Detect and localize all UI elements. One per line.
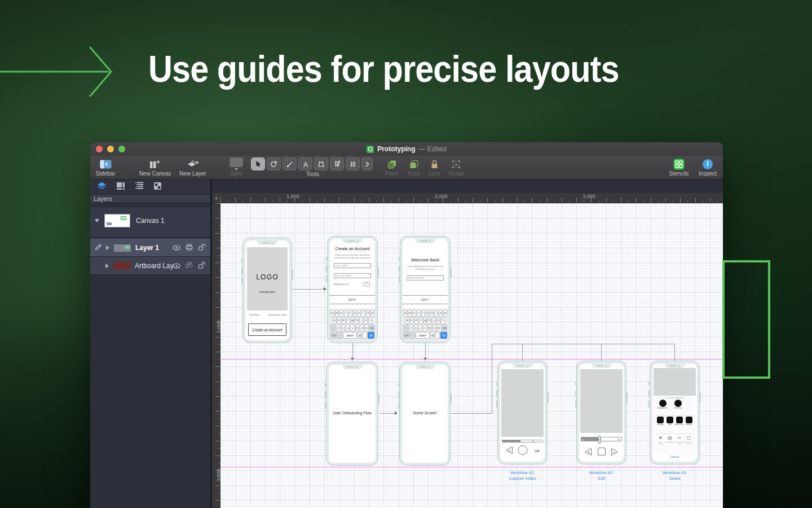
artboard-visibility-toggle[interactable] — [173, 261, 180, 271]
key-⌫: ⌫ — [442, 325, 447, 331]
collapse-chevron-icon[interactable] — [95, 219, 99, 222]
artboard-edit-video[interactable]: + x + — [576, 361, 626, 465]
artboard-share-sheet[interactable]: Tap to share with AirDrop Jill MacBook P… — [650, 361, 700, 465]
connector-line[interactable] — [522, 344, 523, 361]
canvas-row[interactable]: Canvas 1 — [90, 214, 210, 227]
pencil-edit-icon — [95, 243, 102, 253]
artboard-home-screen[interactable]: Home Screen — [399, 362, 451, 466]
new-canvas-button[interactable]: New Canvas — [135, 157, 175, 177]
key-☺: ☺ — [410, 332, 415, 339]
point-editor-tool-button[interactable] — [330, 157, 344, 170]
key-y: y — [426, 310, 430, 317]
video-viewport — [501, 369, 544, 437]
airdrop-contact: Jill MacBook Pro — [657, 400, 668, 409]
stencils-button[interactable]: Stencils — [664, 157, 694, 177]
phone-notch — [592, 364, 612, 368]
artboard-onboarding-flow[interactable]: User Onboarding Flow — [326, 362, 378, 466]
group-button[interactable]: Group — [444, 157, 468, 177]
artboard-lock-toggle[interactable] — [198, 261, 206, 271]
expand-chevron-icon[interactable] — [105, 264, 109, 268]
login-body-text: If you already have an account, enter yo… — [407, 265, 444, 271]
tab-selection[interactable] — [153, 182, 162, 192]
layer-row-selected[interactable]: Layer 1 — [90, 239, 210, 257]
artboard-create-account[interactable]: Create an Account Please enter your firs… — [327, 236, 378, 343]
connector-line[interactable] — [425, 343, 426, 359]
connector-line[interactable] — [293, 289, 325, 290]
layer-lock-toggle[interactable] — [198, 243, 206, 253]
artboard-shape-tool-button[interactable] — [314, 157, 328, 170]
horizontal-guide[interactable] — [220, 359, 723, 360]
tab-outline[interactable] — [135, 182, 144, 192]
share-app-label: Message — [656, 424, 665, 426]
more-tools-button[interactable] — [361, 157, 373, 170]
connector-line[interactable] — [451, 413, 492, 414]
selection-tool-button[interactable] — [251, 157, 265, 170]
grid-tool-button[interactable] — [346, 157, 360, 170]
record-button-icon — [518, 445, 527, 455]
artboard-print-toggle[interactable] — [186, 261, 193, 271]
send-back-button[interactable]: Back — [403, 157, 425, 177]
share-action-icon: ★ — [656, 435, 665, 441]
key-space: space — [416, 332, 430, 339]
key-l: l — [441, 317, 445, 324]
style-dropdown[interactable]: Style — [224, 157, 248, 177]
shape-tool-button[interactable] — [267, 157, 281, 170]
artboard-splash-screen[interactable]: LOGO InfinityCam Learn More Existing use… — [242, 238, 292, 343]
tab-layers[interactable] — [97, 182, 107, 192]
tab-canvases[interactable] — [116, 182, 125, 192]
key-123: 123 — [403, 332, 409, 339]
layer-visibility-toggle[interactable] — [173, 243, 180, 253]
line-tool-button[interactable] — [283, 157, 297, 170]
minimize-window-button[interactable] — [107, 146, 114, 152]
phone-notch — [257, 240, 277, 245]
signup-body-text: Please enter your first name and email t… — [334, 254, 371, 260]
layers-panel-header: Layers — [90, 195, 210, 203]
share-action-icon: ∞ — [675, 435, 685, 441]
connector-line[interactable] — [674, 344, 675, 361]
text-tool-button[interactable]: A — [298, 157, 312, 170]
connector-line[interactable] — [492, 344, 492, 414]
key-h: h — [427, 317, 431, 324]
drawing-canvas[interactable]: LOGO InfinityCam Learn More Existing use… — [220, 203, 723, 508]
artboard-capture-video[interactable]: x OK — [497, 361, 548, 465]
artboard-welcome-back[interactable]: Welcome Back If you already have an acco… — [400, 236, 451, 343]
existing-user-link: Existing user? Log In — [268, 314, 286, 316]
key-e: e — [412, 310, 416, 317]
lock-icon — [425, 157, 444, 170]
next-button: NEXT — [403, 295, 448, 304]
horizontal-guide[interactable] — [220, 467, 723, 467]
bring-front-icon — [381, 157, 403, 170]
expand-chevron-icon[interactable] — [106, 246, 109, 250]
page-title: Use guides for precise layouts — [148, 47, 619, 90]
key-d: d — [414, 317, 418, 324]
bring-front-button[interactable]: Front — [381, 157, 403, 177]
key-a: a — [333, 317, 337, 324]
keyboard-row: asdfghjkl — [330, 317, 374, 324]
sidebar-tab-strip — [90, 179, 210, 195]
vertical-ruler[interactable]: 2,0003,000 — [212, 203, 220, 508]
connector-line[interactable] — [379, 413, 396, 414]
key-b: b — [355, 325, 359, 331]
share-apps-row: MessageMailAdd to NotesFacebook — [656, 417, 694, 426]
key-f: f — [419, 317, 423, 324]
key-s: s — [337, 317, 341, 324]
close-window-button[interactable] — [96, 146, 103, 152]
fullscreen-window-button[interactable] — [118, 146, 125, 152]
artboard-layer-row[interactable]: Artboard Lay… — [90, 257, 210, 275]
connector-line[interactable] — [352, 343, 353, 359]
share-action-label: Add Bookmark — [665, 441, 675, 443]
sidebar-toggle-button[interactable]: Sidebar — [92, 157, 118, 177]
connector-line[interactable] — [492, 344, 675, 344]
forward-button-icon: + — [610, 448, 619, 456]
horizontal-ruler[interactable]: 1,0002,0003,000 — [220, 193, 723, 203]
layer-print-toggle[interactable] — [186, 243, 193, 253]
new-layer-button[interactable]: New Layer — [176, 157, 210, 177]
app-name-text: InfinityCam — [247, 290, 288, 294]
airdrop-hint: Tap to share with AirDrop — [654, 397, 696, 399]
connector-line[interactable] — [601, 344, 602, 361]
inspect-button[interactable]: i Inspect — [695, 157, 721, 177]
keyboard-row: 123☺space@.Go — [403, 332, 447, 339]
lock-button[interactable]: Lock — [425, 157, 444, 177]
window-titlebar: Prototyping — Edited — [90, 142, 723, 156]
key-⇧: ⇧ — [403, 325, 408, 331]
